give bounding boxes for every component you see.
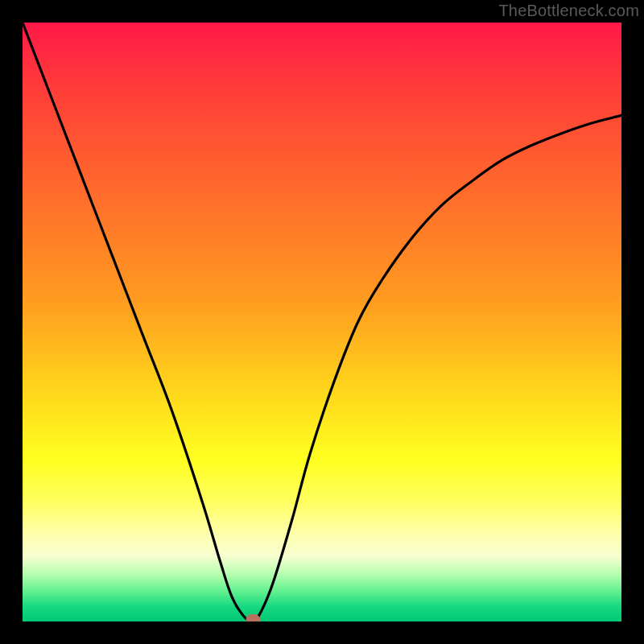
- bottleneck-curve: [23, 23, 621, 621]
- plot-area: [23, 23, 621, 621]
- watermark-text: TheBottleneck.com: [498, 2, 639, 20]
- chart-frame: TheBottleneck.com: [0, 0, 644, 644]
- curve-layer: [23, 23, 621, 621]
